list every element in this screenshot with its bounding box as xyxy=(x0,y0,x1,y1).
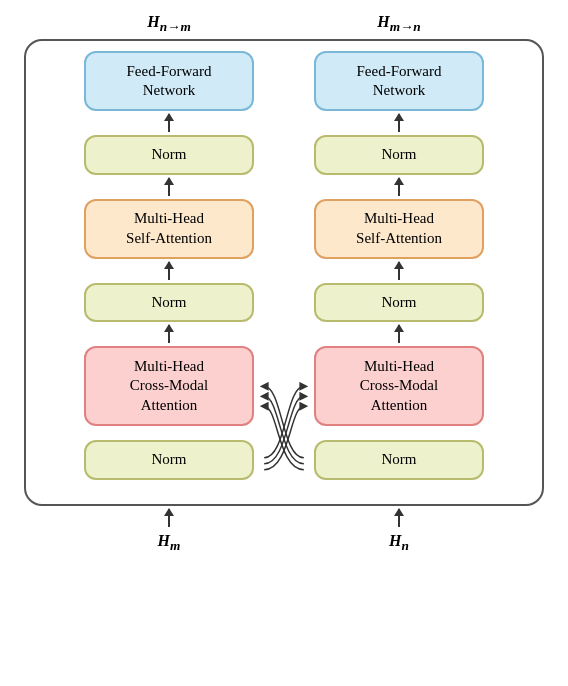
left-norm3-label: Norm xyxy=(152,450,187,470)
diagram: Hn→m Hm→n Feed-ForwardNetwork Norm xyxy=(14,13,554,673)
right-crossattn-label: Multi-HeadCross-ModalAttention xyxy=(360,357,438,416)
left-selfattn-arrow xyxy=(168,259,170,283)
left-norm1-arrow xyxy=(168,175,170,199)
right-ffn-arrow xyxy=(398,111,400,135)
left-norm3-box: Norm xyxy=(84,440,254,480)
right-output-label: Hm→n xyxy=(377,13,421,35)
left-ffn-arrow xyxy=(168,111,170,135)
left-ffn-label: Feed-ForwardNetwork xyxy=(127,62,212,101)
right-selfattn-arrow xyxy=(398,259,400,283)
left-input-arrow xyxy=(168,506,170,530)
left-norm1-label: Norm xyxy=(152,145,187,165)
right-crossattn-box: Multi-HeadCross-ModalAttention xyxy=(314,346,484,426)
right-selfattn-label: Multi-HeadSelf-Attention xyxy=(356,209,442,248)
left-crossattn-col: Multi-HeadCross-ModalAttention Norm xyxy=(74,346,264,494)
right-crossattn-col: Multi-HeadCross-ModalAttention Norm xyxy=(304,346,494,494)
right-ffn-col: Feed-ForwardNetwork Norm xyxy=(304,51,494,199)
right-norm2-label: Norm xyxy=(382,293,417,313)
right-selfattn-box: Multi-HeadSelf-Attention xyxy=(314,199,484,259)
left-input-label: Hm xyxy=(158,532,181,554)
left-crossattn-label: Multi-HeadCross-ModalAttention xyxy=(130,357,208,416)
right-norm1-arrow xyxy=(398,175,400,199)
right-norm2-box: Norm xyxy=(314,283,484,323)
left-output-label: Hn→m xyxy=(147,13,191,35)
transformer-block: Feed-ForwardNetwork Norm Feed-ForwardNet… xyxy=(24,39,544,506)
right-input-label: Hn xyxy=(389,532,409,554)
right-norm3-box: Norm xyxy=(314,440,484,480)
left-selfattn-label: Multi-HeadSelf-Attention xyxy=(126,209,212,248)
right-selfattn-col: Multi-HeadSelf-Attention Norm xyxy=(304,199,494,347)
right-input-arrow xyxy=(398,506,400,530)
left-selfattn-box: Multi-HeadSelf-Attention xyxy=(84,199,254,259)
right-ffn-label: Feed-ForwardNetwork xyxy=(357,62,442,101)
left-norm2-arrow xyxy=(168,322,170,346)
right-norm1-box: Norm xyxy=(314,135,484,175)
left-ffn-col: Feed-ForwardNetwork Norm xyxy=(74,51,264,199)
right-norm1-label: Norm xyxy=(382,145,417,165)
left-selfattn-col: Multi-HeadSelf-Attention Norm xyxy=(74,199,264,347)
right-norm3-label: Norm xyxy=(382,450,417,470)
left-crossattn-box: Multi-HeadCross-ModalAttention xyxy=(84,346,254,426)
left-norm1-box: Norm xyxy=(84,135,254,175)
right-norm2-arrow xyxy=(398,322,400,346)
left-norm2-label: Norm xyxy=(152,293,187,313)
left-ffn-box: Feed-ForwardNetwork xyxy=(84,51,254,111)
left-norm2-box: Norm xyxy=(84,283,254,323)
right-ffn-box: Feed-ForwardNetwork xyxy=(314,51,484,111)
